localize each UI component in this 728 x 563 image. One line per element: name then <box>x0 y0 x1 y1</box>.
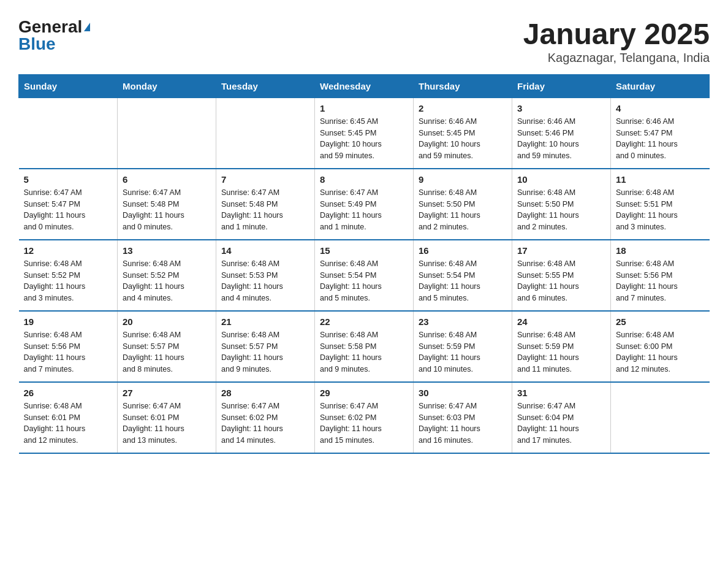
day-info: Sunrise: 6:48 AMSunset: 6:00 PMDaylight:… <box>616 329 705 375</box>
day-info: Sunrise: 6:48 AMSunset: 5:54 PMDaylight:… <box>419 258 507 304</box>
weekday-header-tuesday: Tuesday <box>216 74 315 98</box>
calendar-cell: 5Sunrise: 6:47 AMSunset: 5:47 PMDaylight… <box>19 169 118 240</box>
day-number: 9 <box>419 174 507 185</box>
day-number: 17 <box>517 245 605 256</box>
calendar-cell: 4Sunrise: 6:46 AMSunset: 5:47 PMDaylight… <box>611 98 710 169</box>
day-number: 4 <box>616 103 705 113</box>
calendar-cell: 31Sunrise: 6:47 AMSunset: 6:04 PMDayligh… <box>512 382 611 453</box>
location-title: Kagaznagar, Telangana, India <box>523 51 710 65</box>
logo-general-text: General <box>18 18 82 36</box>
calendar-cell: 7Sunrise: 6:47 AMSunset: 5:48 PMDaylight… <box>216 169 315 240</box>
day-number: 23 <box>419 316 507 327</box>
day-info: Sunrise: 6:46 AMSunset: 5:47 PMDaylight:… <box>616 116 705 162</box>
calendar-cell: 3Sunrise: 6:46 AMSunset: 5:46 PMDaylight… <box>512 98 611 169</box>
day-info: Sunrise: 6:48 AMSunset: 5:54 PMDaylight:… <box>320 258 408 304</box>
day-number: 11 <box>616 174 705 185</box>
day-info: Sunrise: 6:45 AMSunset: 5:45 PMDaylight:… <box>320 116 408 162</box>
day-number: 2 <box>419 103 507 113</box>
day-info: Sunrise: 6:48 AMSunset: 5:52 PMDaylight:… <box>24 258 113 304</box>
day-info: Sunrise: 6:47 AMSunset: 5:48 PMDaylight:… <box>123 187 211 233</box>
calendar-cell: 8Sunrise: 6:47 AMSunset: 5:49 PMDaylight… <box>315 169 414 240</box>
calendar-cell: 9Sunrise: 6:48 AMSunset: 5:50 PMDaylight… <box>414 169 512 240</box>
day-number: 5 <box>24 174 113 185</box>
day-number: 18 <box>616 245 705 256</box>
calendar-cell: 28Sunrise: 6:47 AMSunset: 6:02 PMDayligh… <box>216 382 315 453</box>
day-number: 25 <box>616 316 705 327</box>
day-number: 13 <box>123 245 211 256</box>
day-info: Sunrise: 6:48 AMSunset: 5:56 PMDaylight:… <box>24 329 113 375</box>
day-info: Sunrise: 6:47 AMSunset: 5:49 PMDaylight:… <box>320 187 408 233</box>
weekday-header-wednesday: Wednesday <box>315 74 414 98</box>
calendar-cell: 6Sunrise: 6:47 AMSunset: 5:48 PMDaylight… <box>118 169 216 240</box>
calendar-cell: 26Sunrise: 6:48 AMSunset: 6:01 PMDayligh… <box>19 382 118 453</box>
calendar-cell: 1Sunrise: 6:45 AMSunset: 5:45 PMDaylight… <box>315 98 414 169</box>
calendar-cell: 10Sunrise: 6:48 AMSunset: 5:50 PMDayligh… <box>512 169 611 240</box>
calendar-cell <box>216 98 315 169</box>
calendar-cell: 22Sunrise: 6:48 AMSunset: 5:58 PMDayligh… <box>315 311 414 382</box>
day-number: 28 <box>221 388 309 398</box>
calendar-table: SundayMondayTuesdayWednesdayThursdayFrid… <box>18 74 710 454</box>
title-block: January 2025 Kagaznagar, Telangana, Indi… <box>523 18 710 65</box>
day-info: Sunrise: 6:48 AMSunset: 6:01 PMDaylight:… <box>24 400 113 446</box>
day-info: Sunrise: 6:47 AMSunset: 5:47 PMDaylight:… <box>24 187 113 233</box>
calendar-cell <box>611 382 710 453</box>
day-number: 1 <box>320 103 408 113</box>
calendar-cell: 12Sunrise: 6:48 AMSunset: 5:52 PMDayligh… <box>19 240 118 311</box>
day-number: 21 <box>221 316 309 327</box>
calendar-week-row: 26Sunrise: 6:48 AMSunset: 6:01 PMDayligh… <box>19 382 710 453</box>
day-number: 29 <box>320 388 408 398</box>
weekday-header-thursday: Thursday <box>414 74 512 98</box>
day-info: Sunrise: 6:46 AMSunset: 5:45 PMDaylight:… <box>419 116 507 162</box>
day-number: 20 <box>123 316 211 327</box>
calendar-cell: 25Sunrise: 6:48 AMSunset: 6:00 PMDayligh… <box>611 311 710 382</box>
day-number: 22 <box>320 316 408 327</box>
day-info: Sunrise: 6:46 AMSunset: 5:46 PMDaylight:… <box>517 116 605 162</box>
page-header: General Blue January 2025 Kagaznagar, Te… <box>18 18 710 65</box>
calendar-cell: 13Sunrise: 6:48 AMSunset: 5:52 PMDayligh… <box>118 240 216 311</box>
calendar-cell: 23Sunrise: 6:48 AMSunset: 5:59 PMDayligh… <box>414 311 512 382</box>
calendar-cell: 27Sunrise: 6:47 AMSunset: 6:01 PMDayligh… <box>118 382 216 453</box>
calendar-cell: 15Sunrise: 6:48 AMSunset: 5:54 PMDayligh… <box>315 240 414 311</box>
calendar-cell <box>118 98 216 169</box>
weekday-header-saturday: Saturday <box>611 74 710 98</box>
day-info: Sunrise: 6:48 AMSunset: 5:59 PMDaylight:… <box>419 329 507 375</box>
day-info: Sunrise: 6:48 AMSunset: 5:53 PMDaylight:… <box>221 258 309 304</box>
calendar-cell: 17Sunrise: 6:48 AMSunset: 5:55 PMDayligh… <box>512 240 611 311</box>
day-info: Sunrise: 6:48 AMSunset: 5:55 PMDaylight:… <box>517 258 605 304</box>
day-number: 7 <box>221 174 309 185</box>
weekday-header-row: SundayMondayTuesdayWednesdayThursdayFrid… <box>19 74 710 98</box>
day-info: Sunrise: 6:47 AMSunset: 6:04 PMDaylight:… <box>517 400 605 446</box>
weekday-header-sunday: Sunday <box>19 74 118 98</box>
day-number: 30 <box>419 388 507 398</box>
day-info: Sunrise: 6:48 AMSunset: 5:52 PMDaylight:… <box>123 258 211 304</box>
calendar-cell: 11Sunrise: 6:48 AMSunset: 5:51 PMDayligh… <box>611 169 710 240</box>
day-number: 19 <box>24 316 113 327</box>
calendar-cell: 24Sunrise: 6:48 AMSunset: 5:59 PMDayligh… <box>512 311 611 382</box>
calendar-week-row: 19Sunrise: 6:48 AMSunset: 5:56 PMDayligh… <box>19 311 710 382</box>
day-number: 27 <box>123 388 211 398</box>
day-number: 26 <box>24 388 113 398</box>
day-number: 24 <box>517 316 605 327</box>
day-number: 16 <box>419 245 507 256</box>
day-info: Sunrise: 6:48 AMSunset: 5:56 PMDaylight:… <box>616 258 705 304</box>
day-number: 6 <box>123 174 211 185</box>
day-number: 31 <box>517 388 605 398</box>
calendar-cell: 2Sunrise: 6:46 AMSunset: 5:45 PMDaylight… <box>414 98 512 169</box>
day-info: Sunrise: 6:47 AMSunset: 6:01 PMDaylight:… <box>123 400 211 446</box>
day-info: Sunrise: 6:48 AMSunset: 5:51 PMDaylight:… <box>616 187 705 233</box>
weekday-header-friday: Friday <box>512 74 611 98</box>
month-title: January 2025 <box>523 18 710 51</box>
day-number: 10 <box>517 174 605 185</box>
logo-blue-text: Blue <box>18 36 56 53</box>
day-number: 15 <box>320 245 408 256</box>
calendar-cell: 18Sunrise: 6:48 AMSunset: 5:56 PMDayligh… <box>611 240 710 311</box>
calendar-week-row: 1Sunrise: 6:45 AMSunset: 5:45 PMDaylight… <box>19 98 710 169</box>
day-info: Sunrise: 6:48 AMSunset: 5:58 PMDaylight:… <box>320 329 408 375</box>
calendar-cell: 20Sunrise: 6:48 AMSunset: 5:57 PMDayligh… <box>118 311 216 382</box>
day-info: Sunrise: 6:48 AMSunset: 5:57 PMDaylight:… <box>123 329 211 375</box>
day-info: Sunrise: 6:48 AMSunset: 5:59 PMDaylight:… <box>517 329 605 375</box>
day-info: Sunrise: 6:47 AMSunset: 6:03 PMDaylight:… <box>419 400 507 446</box>
calendar-cell: 14Sunrise: 6:48 AMSunset: 5:53 PMDayligh… <box>216 240 315 311</box>
calendar-week-row: 12Sunrise: 6:48 AMSunset: 5:52 PMDayligh… <box>19 240 710 311</box>
day-number: 3 <box>517 103 605 113</box>
